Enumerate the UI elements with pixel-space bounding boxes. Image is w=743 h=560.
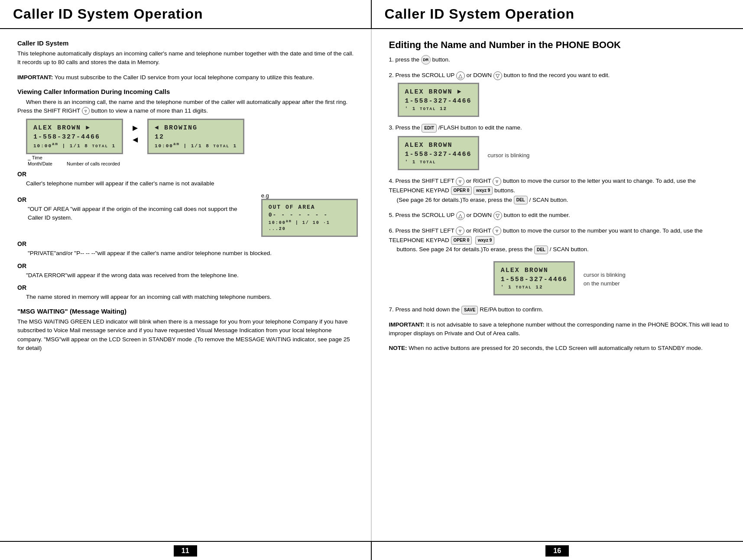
or-label-5: OR [17,284,358,291]
step4-text7: / SCAN button. [529,197,568,203]
or-label-2: OR [17,196,253,203]
shift-right-icon: ▿ [82,107,90,115]
step3-lcd-wrap: ALEX BROWN 1-558-327-4466 ' 1 TOTAL curs… [398,136,730,170]
calls-label: Number of calls recorded [67,161,120,166]
save-icon: SAVE [461,306,478,314]
lcd-display-2: ◄ BROWING 12 10:00am | 1/1 8 TOTAL 1 [147,119,244,154]
step5-text: Press the SCROLL UP [396,212,455,218]
step2-text3: button to find the record you want to ed… [504,72,610,78]
scroll-up-icon: △ [456,71,465,80]
footer-right: 16 [372,542,743,560]
lcd-out-line2: 0- - - - - - - [269,211,350,219]
important-section: IMPORTANT: You must subscribe to the Cal… [17,73,358,82]
step-1: 1. press the DR button. [389,55,730,65]
note-block: NOTE: When no active buttons are pressed… [389,344,730,353]
or-label-4: OR [17,262,358,269]
or2-block: OR "OUT OF AREA "will appear if the orig… [17,192,358,237]
important-note-label: IMPORTANT: [389,321,425,328]
shift-left-icon-4: ▿ [456,177,464,186]
lcd-out-line3: 10:00am | 1/ 10 ·1 ...20 [269,219,350,232]
shift-right-icon-6: ▿ [493,227,501,235]
oper0-icon: OPER 0 [451,186,472,195]
lcd-s6-l1: ALEX BROWN [501,266,568,275]
step6-text: Press the SHIFT LEFT [396,227,454,234]
scroll-down-icon-5: ▽ [493,211,502,220]
lcd-arrows: ► ◄ [131,123,140,145]
step-4: 4. Press the SHIFT LEFT ▿ or RIGHT ▿ but… [389,176,730,204]
msg-waiting-section: "MSG WAITING" (Message Waiting) The MSG … [17,308,358,353]
step5-text3: button to edit the number. [504,212,570,218]
lcd-s6-l2: 1-558-327-4466 [501,275,568,284]
wxyz9-icon-6: wxyz 9 [475,236,494,245]
scroll-up-icon-5: △ [456,211,465,220]
title-left: Caller ID System Operation [13,6,358,22]
step3-text2: /FLASH button to edit the name. [438,124,522,131]
important-note: IMPORTANT: It is not advisable to save a… [389,320,730,338]
right-main-title: Editing the Name and Number in the PHONE… [389,39,730,51]
edit-icon: EDIT [422,124,437,133]
step6-text4: buttons. See page 24 for details.)To era… [389,246,533,252]
lcd1-line2: 1-558-327-4466 [33,133,116,142]
month-date-label: Month/Date [28,161,52,166]
header-left: Caller ID System Operation [0,0,372,28]
step-2: 2. Press the SCROLL UP △ or DOWN ▽ butto… [389,71,730,117]
or-label-3: OR [17,240,358,247]
dr-icon: DR [421,55,431,65]
lcd-note-6: ALEX BROWN 1-558-327-4466 ' 1 TOTAL 12 c… [493,261,626,295]
cursor-note-6-line1: cursor is blinking [584,271,626,280]
or3-text: "PRIVATE"and/or "P-- -- --"will appear i… [17,249,358,258]
arrow-left-icon: ◄ [131,135,140,145]
step2-num: 2. [389,72,396,78]
main-content: Caller ID System This telephone automati… [0,29,743,541]
msg-waiting-title: "MSG WAITING" (Message Waiting) [17,308,358,315]
caller-id-body: This telephone automatically displays an… [17,49,358,67]
or2-text: "OUT OF AREA "will appear if the origin … [17,205,253,223]
lcd-s2-l2: 1-558-327-4466 [405,97,472,106]
lcd-s2-l3: ' 1 TOTAL 12 [405,106,472,112]
step-5: 5. Press the SCROLL UP △ or DOWN ▽ butto… [389,210,730,220]
or2-right: e.g OUT OF AREA 0- - - - - - - 10:00am |… [261,192,358,237]
or1-text: Caller's telephone number will appear if… [17,179,358,188]
lcd-s2-l1: ALEX BROWN ► [405,87,472,97]
lcd-step2: ALEX BROWN ► 1-558-327-4466 ' 1 TOTAL 12 [398,83,479,117]
step7-text2: RE/PA button to confirm. [480,306,543,313]
shift-left-icon-6: ▿ [456,227,464,235]
step1-text: press the [396,56,420,63]
cursor-note-6: cursor is blinking on the number [584,268,626,289]
viewing-title: Viewing Caller Information During Incomi… [17,88,358,95]
lcd2-line1: ◄ BROWING [155,123,237,133]
or-label-1: OR [17,171,358,178]
eg-label: e.g [261,192,269,199]
step3-num: 3. [389,124,396,131]
step5-text2: or DOWN [467,212,492,218]
lcd-s6-l3: ' 1 TOTAL 12 [501,284,568,291]
page-right: Editing the Name and Number in the PHONE… [372,29,743,541]
caller-id-section: Caller ID System This telephone automati… [17,39,358,67]
step4-text5: buttons. [494,187,515,194]
caller-id-title: Caller ID System [17,39,358,47]
page-number-left: 11 [174,545,197,557]
step2-lcd-wrap: ALEX BROWN ► 1-558-327-4466 ' 1 TOTAL 12 [398,83,730,117]
step-6: 6. Press the SHIFT LEFT ▿ or RIGHT ▿ but… [389,226,730,299]
step2-text: Press the SCROLL UP [396,72,455,78]
wxyz9-icon: wxyz 9 [474,186,493,195]
note-label: NOTE: [389,345,407,351]
lcd1-labels: ⎯ Time [26,155,123,160]
header: Caller ID System Operation Caller ID Sys… [0,0,743,29]
important-label: IMPORTANT: [17,74,53,81]
lcd1-line1: ALEX BROWN ► [33,123,116,133]
important-text: You must subscribe to the Caller ID serv… [53,74,314,81]
step4-num: 4. [389,178,396,184]
out-of-area-text: "OUT OF AREA "will appear if the origin … [28,206,237,221]
lcd-1: ALEX BROWN ► 1-558-327-4466 10:00am | 1/… [26,119,123,154]
lcd-note-3: ALEX BROWN 1-558-327-4466 ' 1 TOTAL curs… [398,136,730,170]
lcd-s3-l3: ' 1 TOTAL [405,159,472,165]
arrow-right-icon: ► [131,123,140,133]
step4-text6: (See page 26 for details.)To erase, pres… [389,197,512,203]
important-note-text: It is not advisable to save a telephone … [389,321,729,337]
lcd-step3: ALEX BROWN 1-558-327-4466 ' 1 TOTAL [398,136,479,170]
or2-left: OR "OUT OF AREA "will appear if the orig… [17,192,253,226]
msg-waiting-body: The MSG WAITING GREEN LED indicator will… [17,317,358,353]
step6-text2: or RIGHT [466,227,491,234]
footer: 11 16 [0,541,743,560]
